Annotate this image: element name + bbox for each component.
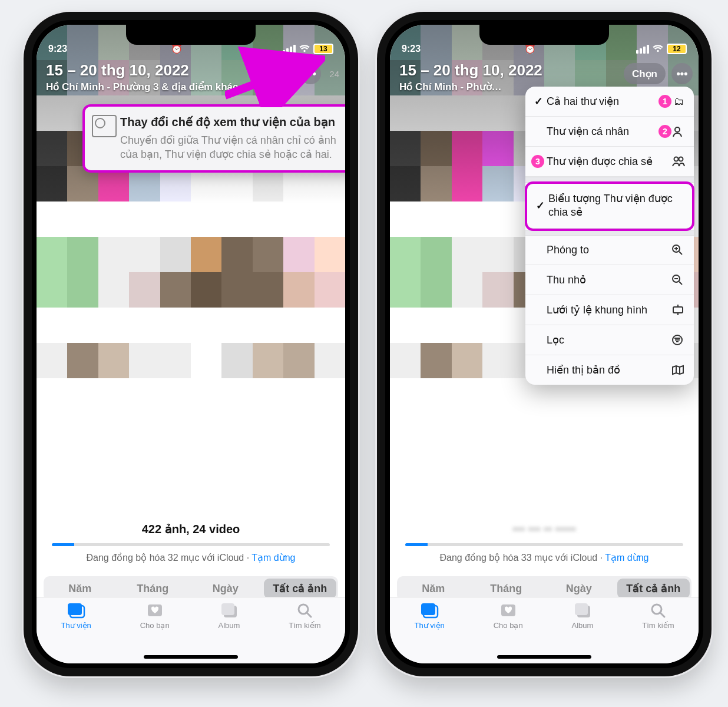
tab-library[interactable]: Thư viện <box>414 602 444 663</box>
battery-indicator: 12 <box>667 44 687 54</box>
sync-progress <box>405 543 683 546</box>
menu-item-personal-library[interactable]: Thư viện cá nhân 2 <box>525 117 694 147</box>
tab-for-you[interactable]: Cho bạn <box>140 602 170 663</box>
battery-indicator: 13 <box>313 44 333 54</box>
menu-item-shared-library[interactable]: 3 Thư viện được chia sẻ <box>525 147 694 177</box>
tab-for-you-label: Cho bạn <box>140 621 170 630</box>
tooltip-title: Thay đổi chế độ xem thư viện của bạn <box>120 115 338 130</box>
header-count: 24 <box>329 69 339 79</box>
library-summary: 422 ảnh, 24 video Đang đồng bộ hóa 32 mụ… <box>37 522 345 563</box>
pause-sync-link[interactable]: Tạm dừng <box>252 553 295 563</box>
library-stack-icon <box>92 115 117 137</box>
svg-line-33 <box>660 613 664 617</box>
status-time: 9:23 <box>402 44 421 54</box>
tooltip-body: Chuyển đổi giữa Thư viện cá nhân chỉ có … <box>120 133 338 162</box>
heart-card-icon <box>499 602 518 619</box>
signal-icon <box>636 45 649 54</box>
annotation-badge-3: 3 <box>531 155 544 168</box>
sync-progress <box>52 543 330 546</box>
segment-day[interactable]: Ngày <box>542 578 616 600</box>
svg-point-9 <box>674 157 679 161</box>
date-range-title: 15 – 20 thg 10, 2022 <box>46 61 336 80</box>
pause-sync-link[interactable]: Tạm dừng <box>605 553 648 563</box>
zoom-out-icon <box>671 274 687 286</box>
map-icon <box>671 365 687 375</box>
annotation-badge-2: 2 <box>658 125 671 138</box>
menu-item-both-libraries[interactable]: ✓ Cả hai thư viện 1 🗂︎ <box>525 87 694 117</box>
svg-line-7 <box>307 613 311 617</box>
segment-year[interactable]: Năm <box>44 578 117 600</box>
tab-albums[interactable]: Album <box>572 602 594 663</box>
screen-left: 9:23⏰ 13 ••• 24 15 – 20 thg 10, 2022 Hồ … <box>37 25 345 663</box>
library-summary: ••• ••• •• ••••• Đang đồng bộ hóa 33 mục… <box>390 523 699 563</box>
more-button[interactable]: ••• <box>300 63 321 84</box>
annotation-badge-1: 1 <box>658 95 671 108</box>
select-button[interactable]: Chọn <box>624 63 666 84</box>
library-icon <box>420 602 439 619</box>
library-view-context-menu: ✓ Cả hai thư viện 1 🗂︎ Thư viện cá nhân … <box>525 87 694 385</box>
checkmark-icon: ✓ <box>534 199 546 212</box>
svg-rect-28 <box>421 603 435 615</box>
tab-albums[interactable]: Album <box>219 602 240 663</box>
albums-icon <box>220 602 239 619</box>
more-button[interactable]: ••• <box>671 63 693 84</box>
menu-separator <box>525 177 694 183</box>
tab-search[interactable]: Tìm kiếm <box>642 602 674 663</box>
zoom-in-icon <box>671 244 687 256</box>
screen-right: 9:23⏰ 12 Chọn ••• 15 – 20 thg 10, 2022 H… <box>390 25 699 663</box>
notch <box>479 25 609 45</box>
sync-status: Đang đồng bộ hóa 32 mục với iCloud · Tạm… <box>37 552 345 563</box>
segment-year[interactable]: Năm <box>397 578 470 600</box>
svg-rect-2 <box>68 603 82 615</box>
library-header: 15 – 20 thg 10, 2022 Hồ Chí Minh - Phườn… <box>37 57 345 98</box>
home-indicator[interactable] <box>144 655 238 659</box>
menu-item-label: Cả hai thư viện <box>544 95 658 108</box>
status-time: 9:23 <box>48 44 67 54</box>
people-icon <box>671 156 687 167</box>
menu-item-show-map[interactable]: Hiển thị bản đồ <box>525 355 694 385</box>
segment-all-photos[interactable]: Tất cả ảnh <box>264 579 337 599</box>
signal-icon <box>283 45 296 54</box>
albums-icon <box>573 602 592 619</box>
aspect-ratio-icon <box>671 305 687 315</box>
wifi-icon <box>299 45 310 53</box>
svg-rect-5 <box>221 603 234 615</box>
menu-item-label: Lưới tỷ lệ khung hình <box>544 303 671 316</box>
tab-library[interactable]: Thư viện <box>61 602 91 663</box>
menu-item-filter[interactable]: Lọc <box>525 325 694 355</box>
phone-left: 9:23⏰ 13 ••• 24 15 – 20 thg 10, 2022 Hồ … <box>24 12 358 676</box>
home-indicator[interactable] <box>497 655 591 659</box>
menu-item-shared-badge-toggle[interactable]: ✓ Biểu tượng Thư viện được chia sẻ <box>527 184 692 229</box>
segment-day[interactable]: Ngày <box>189 578 262 600</box>
library-view-tooltip: ✕ Thay đổi chế độ xem thư viện của bạn C… <box>82 104 345 173</box>
menu-item-label: Hiển thị bản đồ <box>544 364 671 376</box>
menu-item-label: Thu nhỏ <box>544 273 671 286</box>
tab-for-you[interactable]: Cho bạn <box>494 602 523 663</box>
segment-all-photos[interactable]: Tất cả ảnh <box>617 579 690 599</box>
menu-item-label: Thư viện cá nhân <box>544 125 658 138</box>
menu-item-label: Phóng to <box>544 244 671 256</box>
sync-status: Đang đồng bộ hóa 33 mục với iCloud · Tạm… <box>390 552 699 563</box>
library-icon <box>67 602 85 619</box>
tab-search[interactable]: Tìm kiếm <box>289 602 320 663</box>
svg-point-10 <box>679 157 683 161</box>
menu-item-label: Lọc <box>544 333 671 346</box>
menu-item-aspect-grid[interactable]: Lưới tỷ lệ khung hình <box>525 295 694 325</box>
svg-line-12 <box>679 252 682 255</box>
person-icon <box>671 125 687 137</box>
svg-rect-18 <box>673 307 683 313</box>
tab-library-label: Thư viện <box>61 621 91 630</box>
libraries-stack-icon: 🗂︎ <box>671 95 687 108</box>
segment-month[interactable]: Tháng <box>470 578 543 600</box>
media-count: 422 ảnh, 24 video <box>37 522 345 536</box>
search-icon <box>295 602 314 619</box>
menu-item-zoom-out[interactable]: Thu nhỏ <box>525 265 694 295</box>
checkmark-icon: ✓ <box>532 95 544 108</box>
menu-item-label: Thư viện được chia sẻ <box>544 155 671 168</box>
segment-month[interactable]: Tháng <box>117 578 190 600</box>
menu-item-zoom-in[interactable]: Phóng to <box>525 236 694 265</box>
tab-bar: Thư viện Cho bạn Album Tìm kiếm <box>37 597 345 663</box>
filter-icon <box>671 334 687 346</box>
heart-card-icon <box>145 602 164 619</box>
wifi-icon <box>653 45 663 53</box>
